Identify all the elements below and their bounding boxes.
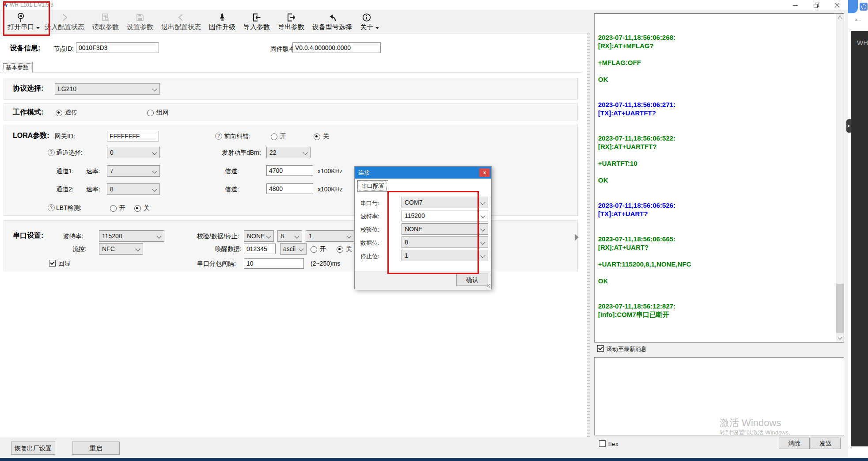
radio-icon [337, 246, 343, 253]
dropdown-caret-icon[interactable] [375, 27, 379, 29]
rocket-icon [218, 12, 227, 23]
send-button[interactable]: 发送 [811, 438, 841, 449]
radio-option[interactable]: 关 [337, 245, 352, 253]
splitter-handle[interactable] [587, 34, 590, 437]
radio-option[interactable]: 组网 [147, 109, 169, 117]
restore-button[interactable] [809, 0, 824, 11]
hex-checkbox[interactable]: Hex [599, 440, 618, 448]
toolbar-about-button[interactable]: 关于 [356, 11, 377, 32]
minimize-button[interactable] [788, 0, 803, 11]
firmware-input[interactable] [292, 42, 381, 53]
chevron-down-icon [480, 253, 485, 258]
dialog-close-icon[interactable] [479, 168, 490, 177]
dialog-combo[interactable]: NONE [402, 223, 488, 235]
dialog-combo[interactable]: 8 [402, 236, 488, 248]
side-panel-expand-icon[interactable] [846, 119, 851, 133]
background-window-content: WH [851, 31, 868, 446]
scrollbar-thumb[interactable] [836, 284, 844, 333]
channel1-freq-label: 信道: [225, 168, 239, 175]
baud-label: 波特率: [63, 232, 83, 240]
protocol-panel: 协议选择: LG210 [4, 78, 578, 100]
browser-back-icon[interactable]: ← [853, 13, 863, 24]
work-mode-radios: 透传组网 [56, 109, 169, 117]
log-output[interactable]: 2023-07-11,18:56:06:268: [RX]:AT+MFLAG? … [594, 13, 844, 343]
close-button[interactable] [830, 0, 845, 11]
toolbar-firmware-upgrade-button[interactable]: 固件升级 [205, 11, 239, 32]
export-icon [286, 12, 296, 23]
channel-select[interactable]: 0 [107, 147, 160, 158]
factory-reset-button[interactable]: 恢复出厂设置 [11, 442, 55, 455]
toolbar-export-params-button[interactable]: 导出参数 [274, 11, 308, 32]
radio-option[interactable]: 关 [314, 133, 329, 141]
undo-arrow-icon [327, 12, 337, 23]
help-icon[interactable] [215, 133, 222, 140]
log-entry: 2023-07-11,18:56:06:522: [RX]:AT+UARTFT?… [598, 134, 832, 184]
node-id-input[interactable] [76, 42, 159, 53]
lbt-label: LBT检测: [56, 204, 82, 212]
tab-basic-params[interactable]: 基本参数 [2, 62, 33, 72]
activate-windows-watermark-sub: 转到“设置”以激活 Windows。 [720, 429, 794, 437]
channel2-freq-input[interactable] [266, 183, 313, 194]
splitter-collapse-icon[interactable] [575, 234, 579, 241]
browser-tab-shape [848, 0, 858, 13]
send-input-area[interactable] [594, 357, 844, 435]
scroll-down-icon[interactable] [836, 335, 844, 342]
parity-select[interactable]: NONE [244, 230, 274, 242]
radio-icon [271, 133, 277, 140]
channel-select-label: 通道选择: [56, 149, 83, 157]
dialog-field-label: 停止位: [360, 252, 379, 260]
packet-interval-input[interactable] [244, 258, 304, 269]
radio-option[interactable]: 开 [110, 204, 125, 212]
radio-option[interactable]: 关 [134, 204, 150, 212]
protocol-select[interactable]: LG210 [55, 83, 160, 95]
restart-button[interactable]: 重启 [72, 442, 120, 455]
lbt-radios: 开关 [110, 204, 150, 212]
tx-power-select[interactable]: 22 [266, 147, 311, 158]
background-window-text: WH [857, 39, 868, 46]
log-scrollbar[interactable] [836, 14, 844, 342]
dialog-title-bar[interactable]: 连接 [355, 167, 491, 179]
dialog-combo[interactable]: 1 [402, 250, 488, 261]
save-icon [135, 12, 145, 23]
gateway-id-input[interactable] [107, 131, 159, 141]
wake-radios: 开关 [311, 245, 352, 253]
freq-unit-label: x100KHz [318, 168, 343, 175]
radio-option[interactable]: 开 [271, 133, 286, 141]
radio-option[interactable]: 开 [311, 245, 326, 253]
channel1-freq-input[interactable] [266, 165, 313, 176]
dialog-tab-serial-config[interactable]: 串口配置 [357, 180, 388, 192]
chevron-down-icon [156, 233, 161, 238]
import-icon [252, 12, 262, 23]
toolbar-device-model-select-button[interactable]: 设备型号选择 [308, 11, 356, 32]
resize-grip[interactable] [487, 284, 490, 288]
channel1-rate-select[interactable]: 7 [107, 165, 160, 177]
flow-select[interactable]: NFC [99, 243, 143, 255]
dialog-field-label: 数据位: [360, 239, 379, 247]
wake-input[interactable] [244, 244, 276, 254]
chevron-down-icon [480, 213, 485, 218]
checkbox-icon [49, 260, 56, 267]
wake-format-select[interactable]: ascii [280, 243, 307, 255]
dialog-combo[interactable]: 115200 [402, 210, 488, 221]
channel2-rate-select[interactable]: 8 [107, 183, 160, 195]
baud-select[interactable]: 115200 [99, 230, 164, 242]
dialog-combo[interactable]: COM7 [402, 197, 488, 208]
toolbar-import-params-button[interactable]: 导入参数 [239, 11, 274, 32]
echo-checkbox[interactable]: 回显 [49, 260, 71, 268]
help-icon[interactable] [48, 149, 55, 156]
confirm-button[interactable]: 确认 [456, 274, 488, 286]
toolbar-open-serial-button[interactable]: 打开串口 [4, 11, 38, 32]
help-icon[interactable] [48, 204, 55, 211]
data-bits-select[interactable]: 8 [277, 230, 302, 242]
chevron-down-icon [152, 187, 157, 191]
stop-bits-select[interactable]: 1 [306, 230, 354, 242]
chevron-down-icon [266, 233, 271, 238]
radio-option[interactable]: 透传 [56, 109, 77, 117]
wake-label: 唤醒数据: [215, 245, 242, 253]
scroll-latest-checkbox[interactable]: 滚动至最新消息 [597, 345, 647, 353]
radio-icon [147, 110, 154, 116]
dropdown-caret-icon[interactable] [36, 27, 40, 29]
clear-button[interactable]: 清除 [779, 438, 810, 449]
fec-label: 前向纠错: [224, 133, 250, 141]
scroll-up-icon[interactable] [836, 14, 844, 21]
